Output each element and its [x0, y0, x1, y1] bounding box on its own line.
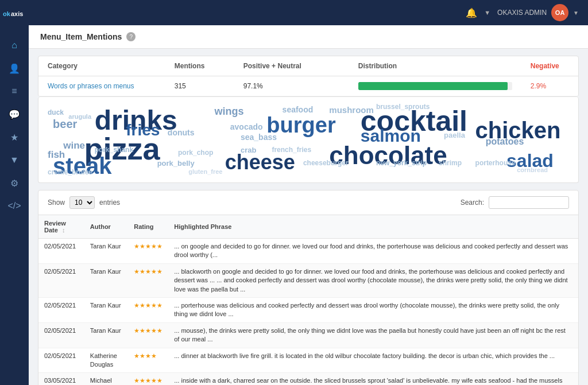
- col-header-positive: Positive + Neutral: [234, 56, 349, 76]
- distribution-bar: [358, 82, 512, 90]
- entries-select[interactable]: 10 25 50: [69, 196, 95, 209]
- cell-date: 02/05/2021: [38, 322, 84, 348]
- main-content: 🔔 ▼ OKAXIS ADMIN OA ▼ Menu_Item_Mentions…: [29, 0, 588, 385]
- negative-value: 2.9%: [521, 76, 578, 96]
- word-salmon[interactable]: salmon: [361, 126, 421, 146]
- sidebar-item-chat[interactable]: 💬: [4, 104, 25, 125]
- word-paella[interactable]: paella: [444, 131, 465, 139]
- cell-author: Michael Pahl: [84, 373, 128, 385]
- show-entries: Show 10 25 50 entries: [48, 196, 120, 209]
- data-table: Review Date ↕ Author Rating Highlighted …: [38, 215, 578, 385]
- col-review-date[interactable]: Review Date ↕: [38, 215, 84, 239]
- sidebar: ok axis ⌂ 👤 ≡ 💬 ★ ▼ ⚙ </>: [0, 0, 29, 385]
- word-wings[interactable]: wings: [215, 106, 244, 118]
- word-shrimp[interactable]: shrimp: [439, 159, 462, 167]
- cell-author: Taran Kaur: [84, 239, 128, 264]
- sidebar-item-user[interactable]: 👤: [4, 58, 25, 79]
- user-menu[interactable]: OKAXIS ADMIN OA ▼: [497, 4, 579, 21]
- topbar: 🔔 ▼ OKAXIS ADMIN OA ▼: [29, 0, 588, 25]
- search-container: Search:: [461, 196, 569, 209]
- sidebar-item-star[interactable]: ★: [4, 127, 25, 147]
- cell-date: 02/05/2021: [38, 297, 84, 322]
- table-header-row: Review Date ↕ Author Rating Highlighted …: [38, 215, 578, 239]
- page-header: Menu_Item_Mentions ?: [29, 25, 588, 49]
- word-avocado[interactable]: avocado: [230, 122, 263, 131]
- cell-phrase: ... mousse), the drinks were pretty soli…: [168, 322, 578, 348]
- cell-author: Katherine Douglas: [84, 348, 128, 373]
- table-row: 02/05/2021 Taran Kaur ★★★★★ ... mousse),…: [38, 322, 578, 348]
- cell-phrase: ... inside with a dark, charred sear on …: [168, 373, 578, 385]
- word-cremebrulee[interactable]: creme_brulee: [48, 168, 92, 176]
- svg-text:ok: ok: [3, 10, 11, 17]
- word-duck[interactable]: duck: [48, 108, 64, 116]
- mentions-value: 315: [165, 76, 234, 96]
- word-seabass[interactable]: sea_bass: [241, 133, 277, 142]
- search-label: Search:: [461, 199, 484, 207]
- word-donuts[interactable]: donuts: [168, 128, 195, 137]
- cell-rating: ★★★★★: [128, 373, 168, 385]
- cell-date: 02/05/2021: [38, 263, 84, 297]
- word-wine[interactable]: wine: [63, 140, 85, 151]
- word-brusselsprouts[interactable]: brussel_sprouts: [376, 103, 430, 111]
- wordcloud-card: drinks pizza steak cocktail chicken choc…: [38, 97, 579, 183]
- word-mushroom[interactable]: mushroom: [329, 105, 374, 115]
- word-frenchfries[interactable]: french_fries: [272, 146, 311, 154]
- col-phrase[interactable]: Highlighted Phrase: [168, 215, 578, 239]
- sidebar-item-filter[interactable]: ▼: [4, 150, 25, 170]
- word-fries[interactable]: fries: [126, 121, 160, 139]
- show-label: Show: [48, 199, 65, 207]
- table-controls: Show 10 25 50 entries Search:: [38, 190, 578, 215]
- word-crab[interactable]: crab: [241, 146, 256, 154]
- table-row: 02/05/2021 Taran Kaur ★★★★★ ... on googl…: [38, 239, 578, 264]
- word-newyorkstrip[interactable]: new_york_strip: [376, 159, 427, 167]
- word-porterhouse[interactable]: porterhouse: [475, 159, 516, 167]
- bell-icon[interactable]: 🔔: [466, 7, 477, 18]
- svg-text:axis: axis: [11, 10, 23, 17]
- word-glutenfree[interactable]: gluten_free: [188, 168, 222, 175]
- word-porkbelly[interactable]: pork_belly: [157, 159, 195, 168]
- word-potatoes[interactable]: potatoes: [486, 137, 524, 147]
- cell-rating: ★★★★★: [128, 239, 168, 264]
- cell-phrase: ... on google and decided to go for dinn…: [168, 239, 578, 264]
- stats-table: Category Mentions Positive + Neutral Dis…: [38, 56, 578, 96]
- word-seafood[interactable]: seafood: [283, 105, 314, 114]
- search-input[interactable]: [489, 196, 569, 209]
- app-logo[interactable]: ok axis: [3, 6, 26, 24]
- col-header-negative: Negative: [521, 56, 578, 76]
- word-cheese[interactable]: cheese: [225, 150, 295, 174]
- cell-phrase: ... dinner at blackworth live fire grill…: [168, 348, 578, 373]
- cell-author: Taran Kaur: [84, 297, 128, 322]
- help-icon[interactable]: ?: [126, 32, 136, 41]
- word-burger[interactable]: burger: [266, 113, 335, 138]
- word-cornbread[interactable]: cornbread: [517, 166, 548, 173]
- page-title: Menu_Item_Mentions: [40, 32, 122, 41]
- col-header-mentions: Mentions: [165, 56, 234, 76]
- cell-rating: ★★★★★: [128, 297, 168, 322]
- avatar[interactable]: OA: [551, 4, 568, 21]
- col-header-category: Category: [38, 56, 165, 76]
- category-link[interactable]: Words or phrases on menus: [48, 82, 134, 90]
- user-label: OKAXIS ADMIN: [497, 9, 547, 17]
- cell-author: Taran Kaur: [84, 263, 128, 297]
- col-author[interactable]: Author: [84, 215, 128, 239]
- col-header-distribution: Distribution: [349, 56, 521, 76]
- stats-card: Category Mentions Positive + Neutral Dis…: [38, 56, 579, 97]
- sidebar-item-home[interactable]: ⌂: [4, 35, 25, 56]
- cell-author: Taran Kaur: [84, 322, 128, 348]
- distribution-bar-cell: [349, 76, 521, 96]
- cell-phrase: ... porterhouse was delicious and cooked…: [168, 297, 578, 322]
- word-arugula[interactable]: arugula: [68, 113, 91, 120]
- word-porkshank[interactable]: pork_shank: [95, 146, 133, 154]
- cell-rating: ★★★★: [128, 348, 168, 373]
- word-fish[interactable]: fish: [48, 149, 65, 161]
- sidebar-item-gear[interactable]: ⚙: [4, 173, 25, 193]
- cell-date: 03/05/2021: [38, 373, 84, 385]
- col-rating[interactable]: Rating: [128, 215, 168, 239]
- cell-phrase: ... blackworth on google and decided to …: [168, 263, 578, 297]
- sidebar-item-list[interactable]: ≡: [4, 81, 25, 102]
- word-porkchop[interactable]: pork_chop: [178, 149, 213, 157]
- sidebar-item-code[interactable]: </>: [4, 196, 25, 216]
- word-cheeseburger[interactable]: cheeseburger: [303, 159, 349, 167]
- cell-rating: ★★★★★: [128, 322, 168, 348]
- user-dropdown-icon: ▼: [573, 10, 579, 16]
